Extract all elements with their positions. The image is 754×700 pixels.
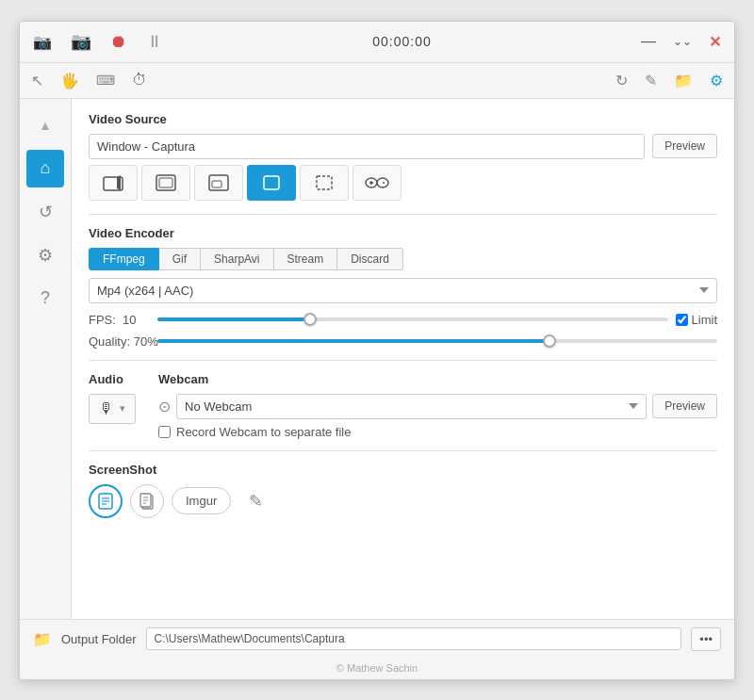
source-screen-window-btn[interactable] [194, 165, 243, 201]
footer-more-button[interactable]: ••• [691, 627, 721, 651]
webcam-separate-file-checkbox[interactable] [158, 426, 171, 438]
fps-slider[interactable] [157, 317, 668, 321]
sidebar-item-settings[interactable]: ⚙ [26, 236, 64, 274]
source-crop-btn[interactable] [300, 165, 349, 201]
source-game-btn[interactable] [352, 165, 402, 201]
fps-limit-check[interactable]: Limit [676, 313, 717, 327]
video-source-preview-button[interactable]: Preview [652, 134, 717, 158]
video-encoder-title: Video Encoder [89, 226, 717, 240]
webcam-preview-button[interactable]: Preview [652, 394, 717, 418]
sidebar: ▲ ⌂ ↺ ⚙ ? [20, 99, 72, 619]
content-area: Video Source Preview [72, 99, 734, 619]
video-source-input[interactable] [89, 134, 645, 159]
audio-title: Audio [89, 372, 136, 386]
keyboard-icon[interactable]: ⌨ [94, 71, 117, 90]
enc-tab-stream[interactable]: Stream [274, 248, 338, 270]
source-icon-bar [89, 165, 717, 201]
footer-folder-icon: 📁 [33, 630, 52, 648]
fps-fill [157, 317, 310, 321]
fps-row: FPS: 10 Limit [89, 313, 717, 327]
fps-limit-checkbox[interactable] [676, 314, 688, 326]
cursor-icon[interactable]: ↖ [29, 70, 45, 91]
enc-tab-discard[interactable]: Discard [337, 248, 403, 270]
divider-3 [89, 450, 717, 451]
sub-toolbar-right: ↻ ✎ 📁 ⚙ [614, 70, 725, 91]
enc-tab-gif[interactable]: Gif [159, 248, 201, 270]
enc-tab-sharpavi[interactable]: SharpAvi [201, 248, 273, 270]
footer-label: Output Folder [61, 632, 137, 646]
webcam-title: Webcam [158, 372, 717, 386]
audio-chevron-icon: ▾ [120, 402, 125, 415]
collapse-button[interactable]: ⌄⌄ [669, 33, 696, 50]
source-camera-btn[interactable] [89, 165, 138, 201]
footer-path-input[interactable] [146, 627, 682, 650]
svg-rect-7 [317, 176, 332, 189]
mic-icon: 🎙 [99, 400, 114, 417]
fps-label: FPS: 10 [89, 313, 150, 327]
stopwatch-icon[interactable]: ⏱ [130, 70, 149, 90]
footer: 📁 Output Folder ••• [20, 619, 734, 659]
screenshot-title: ScreenShot [89, 463, 717, 477]
divider-1 [89, 214, 717, 215]
pause-button[interactable]: ⏸ [142, 30, 167, 54]
audio-webcam-row: Audio 🎙 ▾ Webcam ⊙ No Webcam Preview [89, 372, 717, 439]
screenshot-pen-btn[interactable]: ✎ [238, 484, 272, 518]
webcam-section: Webcam ⊙ No Webcam Preview Record Webcam… [158, 372, 717, 439]
webcam-separate-file-row: Record Webcam to separate file [158, 425, 717, 439]
divider-2 [89, 360, 717, 361]
pen-icon[interactable]: ✎ [643, 70, 659, 91]
minimize-button[interactable]: — [637, 31, 660, 52]
quality-thumb[interactable] [543, 334, 556, 348]
quality-slider[interactable] [157, 339, 717, 343]
webcam-select-row: ⊙ No Webcam Preview [158, 394, 717, 419]
sub-toolbar-left: ↖ 🖐 ⌨ ⏱ [29, 70, 149, 91]
fps-thumb[interactable] [303, 313, 317, 326]
folder-icon[interactable]: 📁 [672, 70, 695, 91]
close-button[interactable]: ✕ [705, 31, 725, 53]
codec-select[interactable]: Mp4 (x264 | AAC) Mkv (x264 | AAC) Avi (x… [89, 278, 717, 303]
encoder-tabs: FFmpeg Gif SharpAvi Stream Discard [89, 248, 717, 270]
audio-button[interactable]: 🎙 ▾ [89, 394, 136, 424]
audio-section: Audio 🎙 ▾ [89, 372, 136, 424]
webcam-separate-file-label: Record Webcam to separate file [176, 425, 351, 439]
svg-marker-1 [117, 175, 121, 190]
svg-rect-5 [212, 181, 221, 187]
source-region-btn[interactable] [247, 165, 296, 201]
screenshot-button[interactable]: 📷 [67, 29, 95, 54]
screenshot-row: Imgur ✎ [89, 484, 717, 518]
settings-icon[interactable]: ⚙ [708, 70, 725, 91]
svg-point-12 [383, 182, 385, 184]
screenshot-file-btn[interactable] [89, 484, 123, 518]
hand-icon[interactable]: 🖐 [58, 70, 81, 91]
quality-label: Quality: 70% [89, 334, 150, 349]
screenshot-clipboard-btn[interactable] [130, 484, 164, 518]
main-layout: ▲ ⌂ ↺ ⚙ ? Video Source Preview [20, 99, 734, 619]
webcam-camera-icon: ⊙ [158, 398, 171, 415]
sidebar-item-arrow[interactable]: ▲ [26, 106, 64, 144]
quality-row: Quality: 70% [89, 334, 717, 349]
record-button[interactable]: ⏺ [107, 30, 131, 54]
sidebar-item-history[interactable]: ↺ [26, 193, 64, 231]
title-bar-left: 📷 📷 ⏺ ⏸ [29, 29, 167, 54]
svg-rect-3 [159, 178, 172, 187]
quality-fill [157, 339, 549, 343]
svg-rect-6 [264, 176, 279, 189]
sub-toolbar: ↖ 🖐 ⌨ ⏱ ↻ ✎ 📁 ⚙ [20, 63, 734, 99]
sidebar-item-home[interactable]: ⌂ [26, 150, 64, 187]
refresh-icon[interactable]: ↻ [614, 70, 630, 91]
screenshot-imgur-btn[interactable]: Imgur [172, 487, 231, 514]
source-screen-full-btn[interactable] [141, 165, 190, 201]
title-bar-right: — ⌄⌄ ✕ [637, 31, 725, 53]
title-bar: 📷 📷 ⏺ ⏸ 00:00:00 — ⌄⌄ ✕ [20, 22, 734, 63]
enc-tab-ffmpeg[interactable]: FFmpeg [89, 248, 159, 270]
video-source-title: Video Source [89, 112, 717, 126]
sidebar-item-help[interactable]: ? [26, 280, 64, 317]
timer-display: 00:00:00 [176, 34, 628, 49]
back-button[interactable]: 📷 [29, 31, 56, 53]
copyright-text: © Mathew Sachin [20, 659, 734, 679]
webcam-select[interactable]: No Webcam [176, 394, 647, 419]
